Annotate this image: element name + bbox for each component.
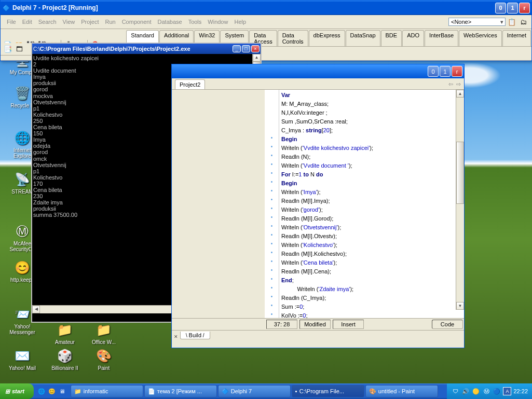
icon-label: Yahoo! Mail — [4, 365, 40, 371]
minimize-button[interactable]: 0 — [495, 3, 506, 13]
tray-lang-icon[interactable]: A — [503, 387, 511, 395]
palette-tab-data-controls[interactable]: Data Controls — [278, 30, 308, 46]
gutter-dot: • — [265, 205, 279, 214]
desktop-icon-amateur[interactable]: 📁Amateur — [47, 322, 83, 345]
desktop-icon-billionaire[interactable]: 🎲Billionaire II — [47, 348, 83, 371]
ie-icon[interactable]: 🌐 — [37, 387, 46, 396]
start-button[interactable]: ⊞start — [0, 383, 34, 399]
taskbar-item[interactable]: 🎨untitled - Paint — [365, 385, 438, 397]
code-line: Readln (M[I].Kolichestvo); — [281, 250, 462, 258]
code-line: Readln (M[I].Gorod); — [281, 214, 462, 223]
menu-tools[interactable]: Tools — [185, 18, 205, 26]
nav-fwd-icon[interactable]: ⇨ — [456, 81, 461, 88]
keepv-icon: 😊 — [14, 259, 31, 276]
stream-icon: 📡 — [14, 171, 31, 188]
desktop-icon[interactable]: 🖥 — [58, 387, 67, 396]
menu-search[interactable]: Search — [35, 18, 60, 26]
code-line: Writeln ('Kolichestvo'); — [281, 241, 462, 250]
menu-project[interactable]: Project — [78, 18, 102, 26]
msg-icon[interactable]: 😊 — [47, 387, 57, 396]
scroll-left-icon[interactable]: ◀ — [32, 306, 40, 313]
menu-view[interactable]: View — [60, 18, 78, 26]
menu-run[interactable]: Run — [102, 18, 118, 26]
palette-tab-interbase[interactable]: InterBase — [425, 30, 458, 46]
gutter-dot: • — [265, 144, 279, 153]
tab-build[interactable]: \ Build / — [180, 332, 210, 339]
code-text[interactable]: VarM: M_Array_class;N,I,KolVo:integer ;S… — [279, 90, 464, 318]
ie-icon: 🌐 — [14, 130, 31, 146]
code-line: Readln (M[I].Imya); — [281, 197, 462, 205]
code-line: Var — [281, 91, 462, 100]
tray-icon[interactable]: 🔵 — [493, 387, 501, 395]
system-tray: 🛡 🔊 🟡 Ⓜ 🔵 A 22:22 — [447, 383, 532, 399]
desktop-icon-ymail[interactable]: ✉️Yahoo! Mail — [4, 348, 40, 371]
close-tab-icon[interactable]: ✕ — [174, 334, 178, 339]
palette-tab-ado[interactable]: ADO — [402, 30, 424, 46]
close-button[interactable]: r — [452, 66, 462, 77]
status-position: 37: 28 — [266, 320, 297, 329]
app-label: informatic — [84, 388, 108, 394]
editor-tab-project2[interactable]: Project2 — [175, 79, 205, 89]
code-line: M: M_Array_class; — [281, 100, 462, 108]
scroll-up-icon[interactable]: ▲ — [456, 90, 464, 98]
code-area[interactable]: ••••••••••••••••••••• VarM: M_Array_clas… — [263, 90, 464, 318]
delphi-titlebar[interactable]: 🔷 Delphi 7 - Project2 [Running] 0 1 r — [1, 1, 531, 15]
maximize-button[interactable]: □ — [242, 45, 250, 52]
tool-icon[interactable]: 🗂 — [518, 17, 528, 27]
icon-label: Billionaire II — [47, 365, 83, 371]
menu-help[interactable]: Help — [231, 18, 249, 26]
maximize-button[interactable]: 1 — [440, 66, 451, 77]
minimize-button[interactable]: _ — [233, 45, 241, 52]
app-label: C:\Program File... — [299, 388, 344, 394]
gutter-dot: • — [265, 188, 279, 197]
build-tabs: ✕ \ Build / — [172, 330, 464, 339]
taskbar-item[interactable]: ▪C:\Program File... — [292, 385, 364, 397]
tool-icon[interactable]: 📋 — [507, 17, 517, 27]
view-unit-icon[interactable]: 📑 — [3, 44, 13, 54]
menu-window[interactable]: Window — [204, 18, 231, 26]
code-line: Readln (C_Imya); — [281, 294, 462, 302]
view-form-icon[interactable]: 🗔 — [14, 44, 24, 54]
gutter-dot: • — [265, 241, 279, 250]
code-line: Writeln ('Otvetstvennij'); — [281, 223, 462, 232]
scroll-thumb[interactable] — [456, 142, 464, 204]
ymail-icon: ✉️ — [14, 348, 31, 364]
view-toggle-code[interactable]: Code — [432, 320, 463, 329]
menu-database[interactable]: Database — [155, 18, 185, 26]
close-button[interactable]: × — [251, 45, 260, 52]
menu-component[interactable]: Component — [119, 18, 155, 26]
app-icon: 📄 — [148, 388, 155, 395]
tray-icon[interactable]: 🟡 — [472, 387, 480, 395]
maximize-button[interactable]: 1 — [507, 3, 518, 13]
console-titlebar[interactable]: C:\ C:\Program Files\Borland\Delphi7\Pro… — [32, 44, 261, 54]
minimize-button[interactable]: 0 — [428, 66, 439, 77]
delphi-menubar: FileEditSearchViewProjectRunComponentDat… — [1, 15, 531, 29]
status-insert: Insert — [333, 320, 364, 329]
amateur-icon: 📁 — [57, 322, 73, 338]
scroll-down-icon[interactable]: ▼ — [456, 302, 464, 310]
desktop-icon-officew[interactable]: 📁Office W... — [86, 322, 122, 345]
scroll-up-icon[interactable]: ▲ — [253, 54, 261, 62]
tray-icon[interactable]: 🛡 — [451, 387, 459, 395]
nav-back-icon[interactable]: ⇦ — [448, 81, 453, 88]
clock[interactable]: 22:22 — [513, 388, 528, 394]
palette-tab-datasnap[interactable]: DataSnap — [346, 30, 380, 46]
menu-edit[interactable]: Edit — [19, 18, 35, 26]
taskbar-item[interactable]: 📄тема 2 [Режим ... — [144, 385, 217, 397]
delphi-title: Delphi 7 - Project2 [Running] — [12, 4, 495, 11]
scrollbar-vertical[interactable]: ▲ ▼ — [456, 90, 464, 310]
ymsg-icon: 📨 — [14, 306, 31, 323]
tray-icon[interactable]: 🔊 — [461, 387, 470, 395]
palette-tab-webservices[interactable]: WebServices — [459, 30, 502, 46]
tray-icon[interactable]: Ⓜ — [482, 387, 490, 395]
palette-tab-dbexpress[interactable]: dbExpress — [309, 30, 345, 46]
taskbar-item[interactable]: 🔷Delphi 7 — [218, 385, 291, 397]
taskbar-item[interactable]: 📁informatic — [71, 385, 143, 397]
palette-tab-bde[interactable]: BDE — [381, 30, 402, 46]
close-button[interactable]: r — [519, 3, 530, 13]
component-selector[interactable]: <None> — [448, 18, 506, 26]
palette-tab-internet[interactable]: Internet — [502, 30, 531, 46]
gutter-dot — [265, 117, 279, 126]
menu-file[interactable]: File — [4, 18, 19, 26]
desktop-icon-paint[interactable]: 🎨Paint — [86, 348, 122, 371]
